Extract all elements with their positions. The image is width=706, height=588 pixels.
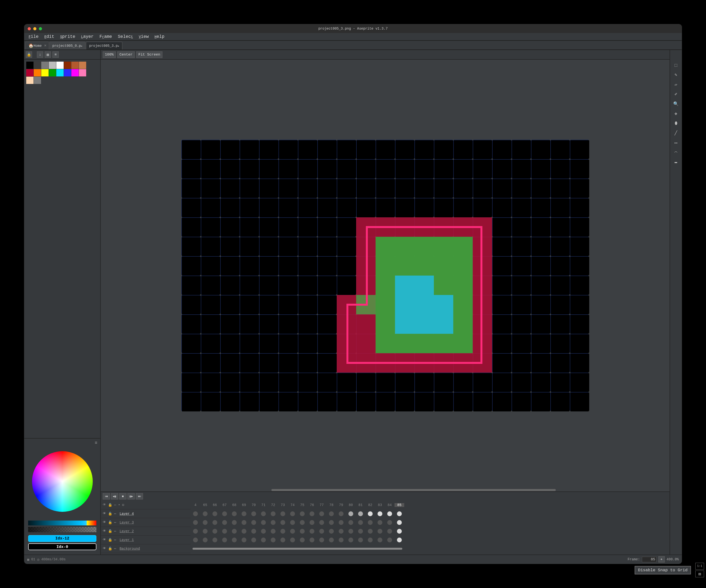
cel[interactable] (288, 509, 298, 518)
cel[interactable] (288, 518, 298, 527)
palette-swatch[interactable] (56, 69, 64, 76)
frame-number[interactable]: 70 (249, 503, 259, 507)
continuous-icon[interactable]: ⋯ (114, 547, 116, 551)
menu-help[interactable]: Help (152, 34, 167, 40)
cel[interactable] (346, 536, 356, 544)
palette-swatch[interactable] (49, 69, 56, 76)
frame-input[interactable] (642, 557, 657, 562)
palette-swatch[interactable] (34, 61, 41, 69)
frame-number[interactable]: 65 (200, 503, 210, 507)
cel[interactable] (298, 518, 307, 527)
lock-icon[interactable]: 🔒 (108, 547, 112, 551)
cel[interactable] (336, 527, 346, 536)
frame-number[interactable]: 4 (191, 503, 200, 507)
tab-project3[interactable]: project005_3.p (86, 42, 122, 49)
frame-number[interactable]: 75 (298, 503, 307, 507)
menu-sprite[interactable]: Sprite (58, 34, 78, 40)
cel[interactable] (326, 518, 336, 527)
cel[interactable] (229, 509, 239, 518)
palette-swatch[interactable] (34, 77, 41, 84)
center-button[interactable]: Center (117, 51, 135, 58)
color-wheel[interactable] (32, 451, 93, 512)
color-spectrum-bar[interactable] (28, 520, 96, 526)
palette-swatch[interactable] (79, 61, 86, 69)
cel[interactable] (326, 536, 336, 544)
cel[interactable] (278, 536, 288, 544)
palette-menu-button[interactable]: ≡ (52, 51, 59, 58)
cel[interactable] (200, 518, 210, 527)
canvas[interactable] (181, 140, 589, 411)
cel[interactable] (385, 527, 394, 536)
frame-number[interactable]: 82 (365, 503, 375, 507)
zoom-readout[interactable]: 400.0% (667, 557, 679, 561)
fit-screen-button[interactable]: Fit Screen (136, 51, 162, 58)
palette-swatch[interactable] (56, 61, 64, 69)
pencil-tool-icon[interactable]: ✎ (671, 70, 680, 79)
frame-number[interactable]: 76 (307, 503, 317, 507)
layer-row[interactable]: 👁🔒⋯Layer 1 (101, 536, 191, 544)
layer-row[interactable]: 👁🔒⋯Layer 4 (101, 509, 191, 518)
cel[interactable] (365, 536, 375, 544)
lock-icon[interactable]: 🔒 (108, 512, 112, 516)
config-header-icon[interactable]: ⊡ (122, 503, 124, 507)
cel[interactable] (259, 527, 268, 536)
cel[interactable] (298, 536, 307, 544)
menu-frame[interactable]: Frame (97, 34, 115, 40)
color-alpha-bar[interactable] (28, 527, 96, 532)
cel[interactable] (307, 536, 317, 544)
cel[interactable] (317, 509, 326, 518)
frame-number[interactable]: 69 (239, 503, 249, 507)
contour-tool-icon[interactable]: ◠ (671, 148, 680, 157)
frame-number[interactable]: 74 (288, 503, 298, 507)
cel[interactable] (326, 509, 336, 518)
cel[interactable] (210, 518, 220, 527)
zoom-level-button[interactable]: 100% (103, 51, 116, 58)
cel[interactable] (259, 536, 268, 544)
palette-swatch[interactable] (64, 69, 71, 76)
eyedropper-tool-icon[interactable]: ✐ (671, 90, 680, 98)
first-frame-button[interactable]: ⏮ (103, 493, 110, 499)
minimize-icon[interactable] (33, 27, 36, 30)
color-panel-menu-icon[interactable]: ≡ (95, 440, 97, 445)
cel[interactable] (229, 518, 239, 527)
cel[interactable] (191, 518, 200, 527)
cel[interactable] (278, 527, 288, 536)
cel[interactable] (307, 518, 317, 527)
stop-button[interactable]: ■ (119, 493, 126, 499)
cel[interactable] (259, 518, 268, 527)
lock-header-icon[interactable]: 🔒 (108, 503, 112, 507)
cel[interactable] (268, 527, 278, 536)
bucket-tool-icon[interactable]: ▬ (671, 158, 680, 166)
line-tool-icon[interactable]: ╱ (671, 129, 680, 137)
cel[interactable] (375, 527, 385, 536)
cel[interactable] (356, 518, 365, 527)
frame-number[interactable]: 79 (336, 503, 346, 507)
cel[interactable] (375, 509, 385, 518)
frame-number[interactable]: 81 (356, 503, 365, 507)
continuous-icon[interactable]: ⋯ (114, 520, 116, 524)
marquee-tool-icon[interactable]: ⬚ (671, 60, 680, 69)
eraser-tool-icon[interactable]: ▱ (671, 80, 680, 89)
menu-file[interactable]: File (26, 34, 41, 40)
frame-number[interactable]: 67 (220, 503, 229, 507)
palette-swatch[interactable] (41, 69, 48, 76)
cel[interactable] (259, 509, 268, 518)
cel[interactable] (394, 509, 404, 518)
frame-number[interactable]: 84 (385, 503, 394, 507)
frame-number[interactable]: 85 (394, 503, 404, 507)
cel[interactable] (356, 536, 365, 544)
cel[interactable] (249, 518, 259, 527)
palette-swatch[interactable] (26, 69, 34, 76)
cel[interactable] (200, 536, 210, 544)
cel[interactable] (239, 509, 249, 518)
horizontal-scrollbar[interactable] (271, 489, 556, 491)
cel[interactable] (239, 518, 249, 527)
menu-select[interactable]: Select (115, 34, 135, 40)
zoom-tool-icon[interactable]: 🔍 (671, 99, 680, 108)
cel[interactable] (307, 509, 317, 518)
lock-icon[interactable]: 🔒 (108, 520, 112, 524)
frame-number[interactable]: 73 (278, 503, 288, 507)
continuous-icon[interactable]: ⋯ (114, 529, 116, 533)
cel[interactable] (375, 536, 385, 544)
cel[interactable] (191, 509, 200, 518)
